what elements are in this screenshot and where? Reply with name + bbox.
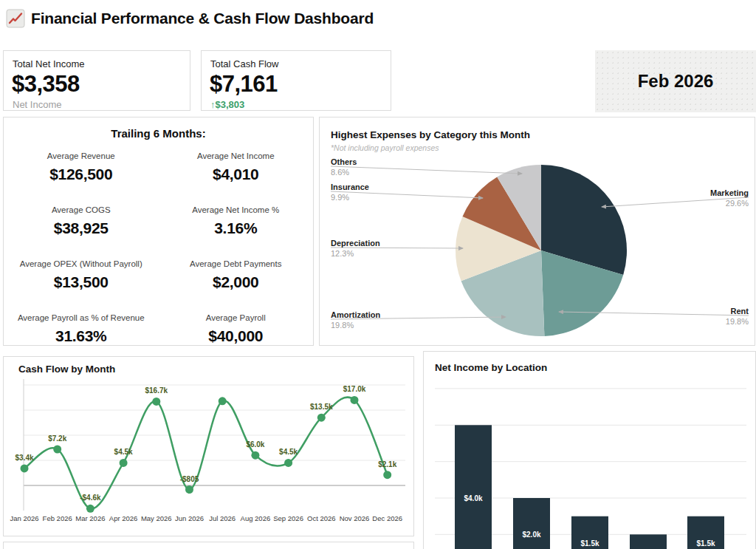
line-point-label-2: -$4.6k (80, 494, 101, 502)
expenses-pie-card: Highest Expenses by Category this Month … (319, 117, 755, 346)
pie-pct-depreciation: 12.3% (331, 249, 354, 258)
date-range-filter[interactable]: Feb 2026 (595, 50, 756, 112)
line-point-10[interactable] (351, 396, 359, 404)
line-point-5[interactable] (185, 485, 193, 494)
pie-pct-marketing: 29.6% (726, 199, 749, 208)
pie-pct-amortization: 19.8% (331, 321, 354, 330)
pie-pct-insurance: 9.9% (331, 193, 349, 202)
metric-average-opex: Average OPEX (Without Payroll) $13,500 (4, 259, 159, 291)
expenses-pie-chart[interactable]: Marketing29.6%Rent19.8%Amortization19.8%… (320, 117, 755, 345)
line-point-label-1: $7.2k (48, 434, 66, 443)
bar-label-2: $1.5k (580, 539, 599, 548)
kpi-card-net-income: Total Net Income $3,358 Net Income (3, 50, 190, 111)
line-point-label-9: $13.5k (310, 403, 333, 411)
pie-label-rent: Rent (731, 307, 749, 316)
line-point-2[interactable] (86, 505, 94, 513)
kpi-title: Total Net Income (13, 58, 190, 69)
trailing-title: Trailing 6 Months: (4, 127, 313, 140)
metric-average-net-income: Average Net Income $4,010 (159, 151, 314, 183)
pie-label-insurance: Insurance (331, 183, 369, 191)
line-point-11[interactable] (383, 471, 391, 479)
pie-label-depreciation: Depreciation (331, 239, 380, 248)
bar-label-4: $1.5k (696, 539, 715, 548)
metric-average-cogs: Average COGS $38,925 (4, 205, 159, 237)
x-axis-label-4: May 2026 (141, 514, 172, 522)
page-title: Financial Performance & Cash Flow Dashbo… (31, 10, 374, 27)
bar-1[interactable] (513, 498, 550, 549)
kpi-value: $7,161 (210, 71, 391, 98)
net-income-bar-chart[interactable]: $4.0k$2.0k$1.5k$1.5k (424, 352, 755, 549)
x-axis-label-5: Jun 2026 (175, 514, 204, 522)
line-point-9[interactable] (317, 414, 326, 422)
pie-leader-line-insurance (331, 191, 483, 198)
pie-pct-rent: 19.8% (726, 317, 749, 326)
x-axis-label-10: Nov 2026 (340, 514, 370, 522)
page-header: Financial Performance & Cash Flow Dashbo… (6, 9, 374, 28)
line-point-4[interactable] (152, 398, 160, 406)
line-point-label-7: $6.0k (246, 440, 264, 449)
kpi-subtitle: Net Income (13, 99, 190, 110)
pie-label-marketing: Marketing (710, 188, 749, 197)
partial-card-cut-off (3, 542, 414, 549)
x-axis-label-0: Jan 2026 (10, 514, 38, 522)
date-range-value: Feb 2026 (638, 71, 714, 92)
x-axis-label-3: Apr 2026 (109, 514, 138, 522)
bar-label-0: $4.0k (464, 494, 482, 502)
cash-flow-series-line (24, 398, 388, 509)
bar-label-1: $2.0k (522, 531, 540, 539)
cash-flow-line-chart[interactable]: $3.4kJan 2026$7.2kFeb 2026-$4.6kMar 2026… (4, 357, 413, 536)
metric-average-revenue: Average Revenue $126,500 (4, 151, 159, 183)
pie-leader-line-depreciation (331, 248, 463, 248)
line-point-label-5: -$805 (180, 475, 199, 483)
line-point-label-11: $2.1k (378, 460, 396, 468)
x-axis-label-8: Sep 2026 (273, 514, 303, 522)
kpi-title: Total Cash Flow (210, 58, 391, 69)
line-point-label-0: $3.4k (15, 454, 33, 462)
x-axis-label-11: Dec 2026 (372, 514, 402, 522)
line-point-6[interactable] (219, 397, 227, 405)
trailing-metrics-card: Trailing 6 Months: Average Revenue $126,… (3, 117, 314, 346)
metric-average-payroll-pct: Average Payroll as % of Revenue 31.63% (4, 313, 159, 345)
metric-average-debt-payments: Average Debt Payments $2,000 (159, 259, 314, 291)
line-point-7[interactable] (251, 451, 259, 460)
line-point-label-4: $16.7k (145, 386, 168, 395)
metric-average-net-income-pct: Average Net Income % 3.16% (159, 205, 314, 237)
kpi-value: $3,358 (12, 71, 190, 98)
line-point-label-8: $4.5k (279, 448, 298, 456)
net-income-bar-card: Net Income by Location $4.0k$2.0k$1.5k$1… (423, 351, 756, 549)
line-point-8[interactable] (284, 459, 292, 467)
dashboard-page: { "page": { "title": "Financial Performa… (0, 0, 756, 549)
line-point-0[interactable] (21, 464, 29, 472)
trailing-metrics-grid: Average Revenue $126,500 Average Net Inc… (4, 151, 313, 345)
x-axis-label-1: Feb 2026 (43, 514, 72, 522)
pie-pct-others: 8.6% (331, 168, 349, 177)
line-point-3[interactable] (120, 459, 128, 467)
line-point-label-3: $4.5k (114, 448, 133, 456)
bar-0[interactable] (455, 425, 492, 549)
x-axis-label-6: Jul 2026 (209, 514, 236, 522)
metric-average-payroll: Average Payroll $40,000 (159, 313, 314, 345)
line-point-label-10: $17.0k (343, 385, 366, 393)
pie-label-others: Others (331, 157, 357, 166)
line-point-1[interactable] (53, 446, 61, 454)
kpi-delta: ↑$3,803 (210, 99, 391, 110)
pie-label-amortization: Amortization (331, 310, 381, 319)
x-axis-label-9: Oct 2026 (307, 514, 336, 522)
bar-3[interactable] (630, 534, 667, 549)
x-axis-label-2: Mar 2026 (75, 514, 105, 522)
cash-flow-line-card: Cash Flow by Month $3.4kJan 2026$7.2kFeb… (3, 356, 414, 536)
pie-leader-line-others (331, 166, 522, 174)
chart-increasing-icon (6, 9, 25, 28)
x-axis-label-7: Aug 2026 (241, 514, 271, 522)
kpi-card-cash-flow: Total Cash Flow $7,161 ↑$3,803 (201, 50, 391, 111)
